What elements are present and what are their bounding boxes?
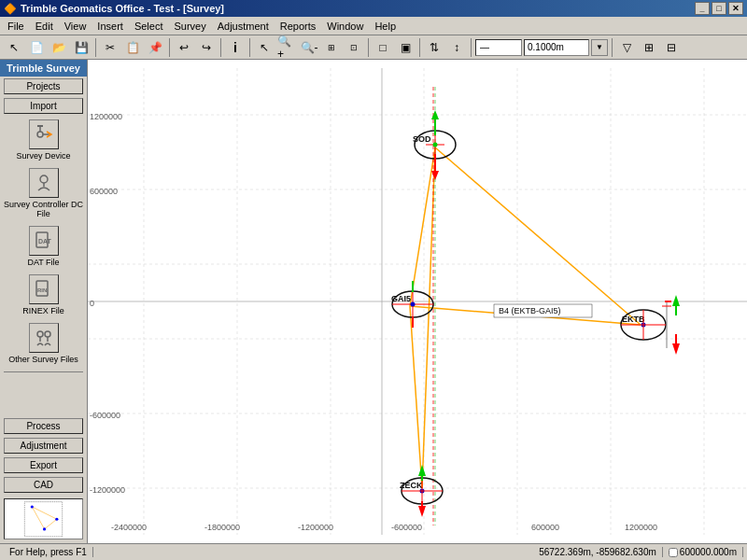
sidebar-item-rinex-file[interactable]: RIN RINEX File xyxy=(0,271,87,319)
svg-text:-1200000: -1200000 xyxy=(298,523,333,532)
toolbar-sep3 xyxy=(220,38,221,57)
sidebar-item-survey-device[interactable]: Survey Device xyxy=(0,116,87,164)
svg-text:-600000: -600000 xyxy=(391,523,422,532)
survey-device-label: Survey Device xyxy=(16,151,70,161)
sidebar-divider xyxy=(4,371,83,372)
toolbar-sep4 xyxy=(249,38,250,57)
svg-line-16 xyxy=(45,519,57,529)
toolbar-sep1 xyxy=(95,38,96,57)
copy-button[interactable]: 📋 xyxy=(122,37,143,58)
scale-checkbox[interactable] xyxy=(669,548,678,557)
new-button[interactable]: 📄 xyxy=(26,37,47,58)
cad-view[interactable]: 1200000 600000 0 -600000 -1200000 -24000… xyxy=(88,60,747,543)
zoom-out-button[interactable]: 🔍- xyxy=(299,37,319,58)
title-bar: 🔶 Trimble Geomatics Office - Test - [Sur… xyxy=(0,0,747,17)
measure-line: — xyxy=(480,42,508,52)
filter3-button[interactable]: ⊟ xyxy=(661,37,682,58)
toolbar-sep7 xyxy=(471,38,472,57)
measure-dropdown[interactable]: ▼ xyxy=(591,39,608,56)
select-tool-button[interactable]: ↖ xyxy=(4,37,24,58)
view-button[interactable]: □ xyxy=(373,37,393,58)
svg-point-19 xyxy=(55,517,58,520)
zoom-all-button[interactable]: ⊞ xyxy=(321,37,342,58)
menu-window[interactable]: Window xyxy=(321,19,369,34)
svg-marker-81 xyxy=(672,343,680,355)
minimize-button[interactable]: _ xyxy=(695,2,710,15)
zoom-window-button[interactable]: ⊡ xyxy=(344,37,364,58)
svg-text:-1800000: -1800000 xyxy=(204,523,240,532)
svg-marker-90 xyxy=(418,465,426,476)
sidebar-item-dat-file[interactable]: DAT DAT File xyxy=(0,222,87,271)
menu-adjustment[interactable]: Adjustment xyxy=(212,19,275,34)
import-button[interactable]: Import xyxy=(4,98,83,114)
svg-text:SOD: SOD xyxy=(413,134,431,144)
arrow-tool-button[interactable]: ↖ xyxy=(254,37,275,58)
dc-file-icon xyxy=(29,168,59,198)
menu-reports[interactable]: Reports xyxy=(275,19,322,34)
sidebar-header: Trimble Survey xyxy=(0,60,87,77)
rinex-file-label: RINEX File xyxy=(22,306,64,315)
menu-file[interactable]: File xyxy=(2,19,30,34)
toggle1-button[interactable]: ⇅ xyxy=(424,37,444,58)
svg-text:600000: 600000 xyxy=(531,523,559,532)
svg-point-4 xyxy=(40,175,48,183)
coordinates-display: 56722.369m, -859682.630m xyxy=(533,547,663,557)
filter-button[interactable]: ▽ xyxy=(616,37,637,58)
status-bar: For Help, press F1 56722.369m, -859682.6… xyxy=(0,543,747,560)
paste-button[interactable]: 📌 xyxy=(145,37,165,58)
projects-button[interactable]: Projects xyxy=(4,78,83,94)
export-button[interactable]: Export xyxy=(4,457,83,473)
scale-value: 600000.000m xyxy=(680,547,737,557)
zoom-in-button[interactable]: 🔍+ xyxy=(276,37,297,58)
mini-map[interactable] xyxy=(4,498,83,540)
svg-point-18 xyxy=(43,527,46,530)
toolbar-sep8 xyxy=(612,38,613,57)
info-button[interactable]: i xyxy=(225,37,246,58)
maximize-button[interactable]: □ xyxy=(712,2,726,15)
dc-file-label: Survey Controller DC File xyxy=(2,200,85,218)
save-button[interactable]: 💾 xyxy=(71,37,92,58)
main-area: Trimble Survey Projects Import Survey De… xyxy=(0,60,747,543)
rinex-file-icon: RIN xyxy=(29,274,59,304)
sidebar-item-other-files[interactable]: Other Survey Files xyxy=(0,319,87,368)
cut-button[interactable]: ✂ xyxy=(100,37,120,58)
filter2-button[interactable]: ⊞ xyxy=(639,37,659,58)
measure-input[interactable] xyxy=(524,39,589,56)
help-text: For Help, press F1 xyxy=(4,547,93,557)
svg-line-50 xyxy=(410,306,422,488)
svg-text:-2400000: -2400000 xyxy=(111,523,147,532)
process-button[interactable]: Process xyxy=(4,418,83,434)
toolbar-sep6 xyxy=(419,38,420,57)
sidebar-item-dc-file[interactable]: Survey Controller DC File xyxy=(0,164,87,222)
svg-text:1200000: 1200000 xyxy=(625,523,657,532)
menu-insert[interactable]: Insert xyxy=(92,19,129,34)
cad-canvas[interactable]: 1200000 600000 0 -600000 -1200000 -24000… xyxy=(88,60,747,543)
svg-text:-600000: -600000 xyxy=(90,411,120,420)
open-button[interactable]: 📂 xyxy=(49,37,69,58)
adjustment-button[interactable]: Adjustment xyxy=(4,438,83,454)
svg-point-10 xyxy=(37,331,43,337)
other-files-label: Other Survey Files xyxy=(8,355,78,364)
menu-help[interactable]: Help xyxy=(369,19,402,34)
svg-line-48 xyxy=(435,147,641,325)
toolbar-sep5 xyxy=(368,38,369,57)
undo-button[interactable]: ↩ xyxy=(174,37,194,58)
svg-text:EKTB: EKTB xyxy=(622,315,645,324)
svg-point-17 xyxy=(31,505,34,508)
measure-display: — xyxy=(475,39,522,56)
menu-select[interactable]: Select xyxy=(129,19,169,34)
view2-button[interactable]: ▣ xyxy=(395,37,416,58)
toolbar: ↖ 📄 📂 💾 ✂ 📋 📌 ↩ ↪ i ↖ 🔍+ 🔍- ⊞ ⊡ □ ▣ ⇅ ↕ … xyxy=(0,35,747,60)
toggle2-button[interactable]: ↕ xyxy=(446,37,467,58)
cad-button[interactable]: CAD xyxy=(4,477,83,493)
svg-text:GAI5: GAI5 xyxy=(391,294,411,303)
title-controls: _ □ ✕ xyxy=(695,2,743,15)
menu-survey[interactable]: Survey xyxy=(168,19,211,34)
svg-rect-3 xyxy=(37,125,43,127)
close-button[interactable]: ✕ xyxy=(728,2,743,15)
redo-button[interactable]: ↪ xyxy=(196,37,217,58)
toolbar-sep2 xyxy=(169,38,170,57)
menu-view[interactable]: View xyxy=(59,19,92,34)
sidebar: Trimble Survey Projects Import Survey De… xyxy=(0,60,88,543)
menu-edit[interactable]: Edit xyxy=(30,19,59,34)
